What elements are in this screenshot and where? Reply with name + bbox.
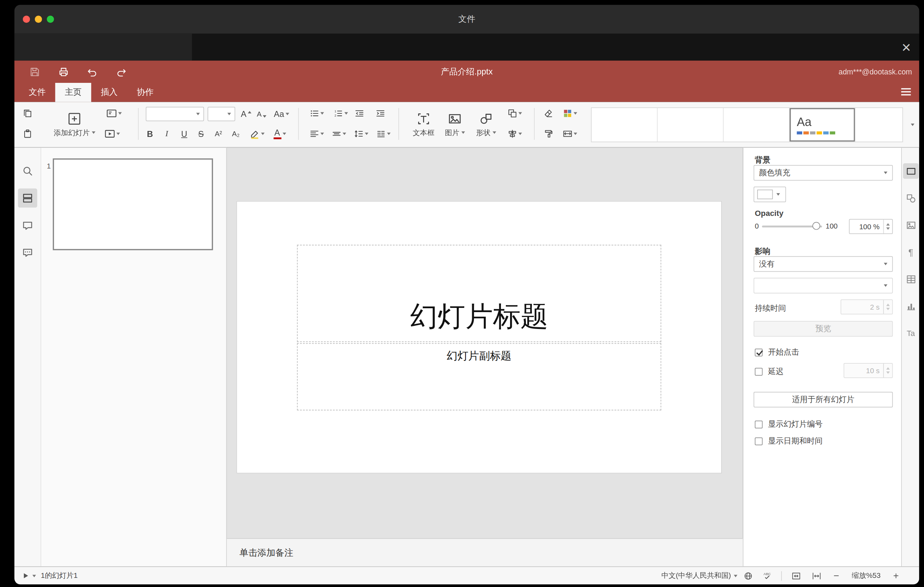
theme-option[interactable]	[658, 108, 724, 142]
insert-image-button[interactable]: 图片	[441, 104, 469, 146]
copy-button[interactable]	[20, 106, 35, 121]
menu-icon[interactable]	[901, 88, 911, 96]
effect-variant-select[interactable]	[754, 278, 893, 293]
save-button[interactable]	[29, 66, 41, 77]
background-color-picker[interactable]	[754, 187, 786, 202]
zoom-in-button[interactable]: +	[893, 571, 899, 580]
increase-indent-button[interactable]	[373, 106, 388, 121]
slide-layout-button[interactable]	[103, 106, 125, 121]
duration-input[interactable]: 2 s	[840, 300, 893, 315]
title-placeholder[interactable]: 幻灯片标题	[297, 245, 661, 342]
decrease-font-button[interactable]: A	[254, 106, 269, 122]
color-scheme-button[interactable]	[559, 106, 581, 121]
spinner-arrows-icon[interactable]	[883, 220, 893, 234]
background-fill-select[interactable]: 颜色填充	[754, 165, 893, 180]
opacity-input[interactable]: 100 %	[849, 219, 893, 234]
print-button[interactable]	[58, 66, 69, 77]
delay-input[interactable]: 10 s	[843, 363, 893, 378]
textbox-button[interactable]: 文本框	[410, 104, 437, 146]
slide-settings-button[interactable]	[903, 163, 918, 179]
spinner-arrows-icon[interactable]	[883, 364, 893, 378]
subtitle-placeholder[interactable]: 幻灯片副标题	[297, 343, 661, 411]
shape-settings-button[interactable]	[903, 190, 918, 206]
show-slide-number-checkbox[interactable]	[755, 420, 762, 428]
tab-file[interactable]: 文件	[19, 83, 56, 102]
chart-settings-button[interactable]	[903, 298, 918, 313]
numbered-list-button[interactable]: 12	[330, 106, 352, 121]
fit-width-button[interactable]	[812, 571, 822, 580]
bullets-button[interactable]	[306, 106, 328, 121]
redo-button[interactable]	[115, 66, 127, 77]
theme-option[interactable]	[856, 108, 902, 142]
slide-thumbnail[interactable]	[53, 158, 213, 250]
bold-button[interactable]: B	[142, 126, 158, 142]
change-case-button[interactable]: Aa	[271, 106, 292, 122]
notes-area[interactable]: 单击添加备注	[227, 538, 743, 566]
fit-slide-button[interactable]	[792, 571, 801, 580]
slide-canvas[interactable]: 幻灯片标题 幻灯片副标题	[236, 201, 722, 473]
table-settings-button[interactable]	[903, 271, 918, 287]
start-slideshow-status-button[interactable]	[22, 571, 36, 580]
feedback-button[interactable]	[18, 243, 37, 262]
vertical-align-button[interactable]	[328, 126, 350, 142]
columns-button[interactable]	[373, 126, 394, 142]
preview-button[interactable]: 预览	[754, 321, 893, 336]
comments-button[interactable]	[18, 216, 37, 235]
minimize-window-button[interactable]	[35, 15, 42, 23]
search-button[interactable]	[18, 162, 37, 181]
main-toolbar: 添加幻灯片 A A Aa B I U S A² A₂ A 12	[15, 102, 919, 148]
tab-insert[interactable]: 插入	[91, 83, 127, 102]
delay-checkbox[interactable]	[755, 368, 762, 375]
decrease-indent-button[interactable]	[352, 106, 367, 121]
transition-effect-select[interactable]: 没有	[754, 256, 893, 272]
paragraph-settings-button[interactable]: ¶	[903, 244, 918, 260]
font-color-button[interactable]: A	[269, 126, 291, 142]
align-shape-button[interactable]	[504, 126, 526, 142]
set-language-button[interactable]	[744, 571, 753, 580]
close-window-button[interactable]	[23, 15, 30, 23]
tab-collaboration[interactable]: 协作	[127, 83, 163, 102]
highlight-color-button[interactable]	[246, 126, 268, 142]
clear-style-button[interactable]	[541, 106, 556, 121]
paste-button[interactable]	[20, 126, 35, 142]
theme-option-selected[interactable]: Aa	[790, 108, 856, 142]
strikeout-button[interactable]: S	[193, 126, 208, 142]
insert-shape-button[interactable]: 形状	[472, 104, 500, 146]
theme-gallery-expand-button[interactable]	[907, 107, 918, 142]
app-header: 产品介绍.pptx adm***@dootask.com 文件 主页 插入 协作	[15, 61, 919, 102]
underline-button[interactable]: U	[176, 126, 192, 142]
image-settings-button[interactable]	[903, 217, 918, 233]
subscript-button[interactable]: A₂	[228, 126, 243, 142]
close-icon[interactable]: ×	[901, 43, 911, 52]
line-spacing-button[interactable]	[350, 126, 372, 142]
theme-option[interactable]	[724, 108, 790, 142]
slides-panel-button[interactable]	[18, 188, 37, 208]
arrange-shape-button[interactable]	[504, 106, 526, 121]
apply-to-all-slides-button[interactable]: 适用于所有幻灯片	[754, 392, 893, 407]
copy-style-button[interactable]	[541, 126, 556, 142]
font-size-select[interactable]	[208, 107, 235, 121]
font-name-select[interactable]	[146, 107, 204, 121]
italic-button[interactable]: I	[159, 126, 175, 142]
undo-button[interactable]	[86, 66, 98, 77]
language-select[interactable]: 中文(中华人民共和国)	[662, 571, 738, 581]
zoom-out-button[interactable]: −	[833, 571, 839, 580]
tab-home[interactable]: 主页	[55, 83, 91, 102]
zoom-window-button[interactable]	[47, 15, 54, 23]
start-slideshow-toolbar-button[interactable]	[101, 126, 123, 142]
increase-font-button[interactable]: A	[238, 106, 254, 122]
slide-editor-area[interactable]: 幻灯片标题 幻灯片副标题 单击添加备注	[227, 147, 743, 566]
add-slide-button[interactable]: 添加幻灯片	[47, 104, 102, 146]
slide-size-button[interactable]	[559, 126, 581, 142]
theme-option[interactable]	[592, 108, 658, 142]
start-on-click-checkbox[interactable]	[755, 348, 762, 356]
spellcheck-button[interactable]: ABC	[763, 571, 773, 581]
shape-label: 形状	[476, 127, 490, 138]
textart-settings-button[interactable]: Ta	[903, 325, 918, 341]
show-datetime-checkbox[interactable]	[755, 437, 762, 445]
shape-settings-icon	[906, 193, 916, 203]
opacity-slider-handle[interactable]	[812, 222, 820, 229]
spinner-arrows-icon[interactable]	[883, 300, 893, 314]
horizontal-align-button[interactable]	[306, 126, 328, 142]
superscript-button[interactable]: A²	[211, 126, 226, 142]
